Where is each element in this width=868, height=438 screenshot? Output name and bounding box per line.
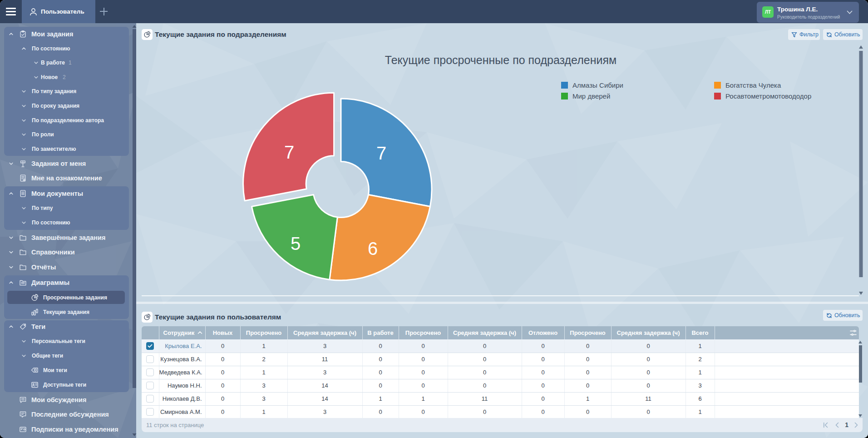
svg-text:5: 5 bbox=[291, 234, 301, 254]
svg-text:7: 7 bbox=[376, 143, 386, 163]
svg-text:7: 7 bbox=[284, 142, 294, 162]
svg-text:6: 6 bbox=[368, 239, 378, 259]
